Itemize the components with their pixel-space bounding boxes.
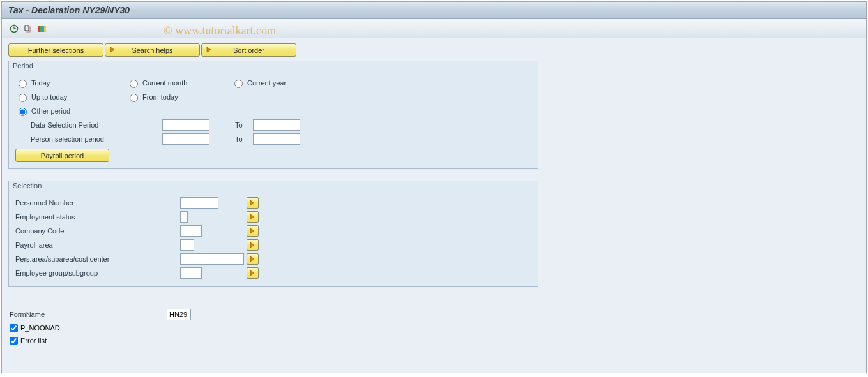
personnel-number-label: Personnel Number	[15, 199, 180, 207]
arrow-right-icon	[206, 46, 213, 55]
sort-order-label: Sort order	[206, 47, 292, 54]
search-helps-label: Search helps	[109, 47, 195, 54]
radio-today-label: Today	[31, 79, 50, 87]
pers-area-label: Pers.area/subarea/cost center	[15, 255, 180, 263]
employee-group-label: Employee group/subgroup	[15, 269, 180, 277]
radio-current-year-label: Current year	[247, 79, 286, 87]
execute-icon[interactable]	[10, 24, 19, 33]
search-helps-button[interactable]: Search helps	[105, 43, 200, 57]
error-list-label: Error list	[20, 337, 47, 344]
personnel-number-multiselect-button[interactable]	[247, 197, 259, 209]
further-selections-label: Further selections	[13, 47, 99, 54]
radio-up-to-today[interactable]	[19, 94, 27, 102]
window-frame: Tax - Declaration NY29/NY30 Further sele…	[1, 1, 867, 373]
window-title: Tax - Declaration NY29/NY30	[8, 5, 130, 15]
sort-order-button[interactable]: Sort order	[201, 43, 296, 57]
radio-current-month-label: Current month	[142, 79, 187, 87]
svg-rect-3	[25, 26, 29, 31]
selection-group: Selection Personnel Number Employment st…	[8, 181, 538, 287]
person-selection-period-to-label: To	[235, 135, 253, 143]
p-noonad-label: P_NOONAD	[20, 324, 60, 332]
radio-current-month[interactable]	[130, 80, 138, 88]
company-code-multiselect-button[interactable]	[247, 225, 259, 237]
form-name-input[interactable]	[167, 309, 191, 320]
selection-tabs-row: Further selections Search helps Sort ord…	[8, 43, 860, 57]
period-group: Period Today Current month Current year	[8, 61, 538, 169]
employee-group-input[interactable]	[180, 267, 202, 279]
content-area: Further selections Search helps Sort ord…	[2, 38, 866, 373]
payroll-area-input[interactable]	[180, 239, 194, 251]
color-legend-icon[interactable]	[38, 24, 47, 33]
window-title-bar: Tax - Declaration NY29/NY30	[2, 2, 866, 19]
radio-other-period[interactable]	[19, 108, 27, 116]
data-selection-period-to-label: To	[235, 121, 253, 129]
company-code-input[interactable]	[180, 225, 202, 237]
radio-today[interactable]	[19, 80, 27, 88]
toolbar-separator	[52, 24, 52, 34]
svg-rect-4	[38, 26, 40, 32]
application-toolbar	[2, 19, 866, 38]
employment-status-input[interactable]	[180, 211, 188, 223]
company-code-label: Company Code	[15, 227, 180, 235]
svg-rect-7	[44, 26, 46, 32]
selection-legend: Selection	[9, 181, 538, 192]
arrow-right-icon	[109, 46, 117, 55]
payroll-area-multiselect-button[interactable]	[247, 239, 259, 251]
pers-area-multiselect-button[interactable]	[247, 253, 259, 265]
data-selection-period-to-input[interactable]	[253, 119, 300, 131]
p-noonad-checkbox[interactable]	[10, 324, 18, 332]
person-selection-period-label: Person selection period	[15, 135, 162, 143]
radio-other-period-label: Other period	[31, 107, 70, 115]
employee-group-multiselect-button[interactable]	[247, 267, 259, 279]
person-selection-period-from-input[interactable]	[162, 133, 209, 145]
form-name-label: FormName	[10, 311, 167, 318]
payroll-area-label: Payroll area	[15, 241, 180, 249]
svg-rect-5	[40, 26, 42, 32]
radio-from-today[interactable]	[130, 94, 138, 102]
further-selections-button[interactable]: Further selections	[8, 43, 103, 57]
data-selection-period-label: Data Selection Period	[15, 121, 162, 129]
payroll-period-button[interactable]: Payroll period	[15, 149, 109, 162]
person-selection-period-to-input[interactable]	[253, 133, 300, 145]
personnel-number-input[interactable]	[180, 197, 218, 209]
employment-status-multiselect-button[interactable]	[247, 211, 259, 223]
radio-from-today-label: From today	[142, 93, 178, 101]
error-list-checkbox[interactable]	[10, 337, 18, 345]
data-selection-period-from-input[interactable]	[162, 119, 209, 131]
get-variant-icon[interactable]	[24, 24, 33, 33]
svg-rect-6	[42, 26, 44, 32]
radio-up-to-today-label: Up to today	[31, 93, 67, 101]
employment-status-label: Employment status	[15, 213, 180, 221]
pers-area-input[interactable]	[180, 253, 244, 265]
radio-current-year[interactable]	[234, 80, 243, 88]
period-legend: Period	[9, 61, 538, 72]
